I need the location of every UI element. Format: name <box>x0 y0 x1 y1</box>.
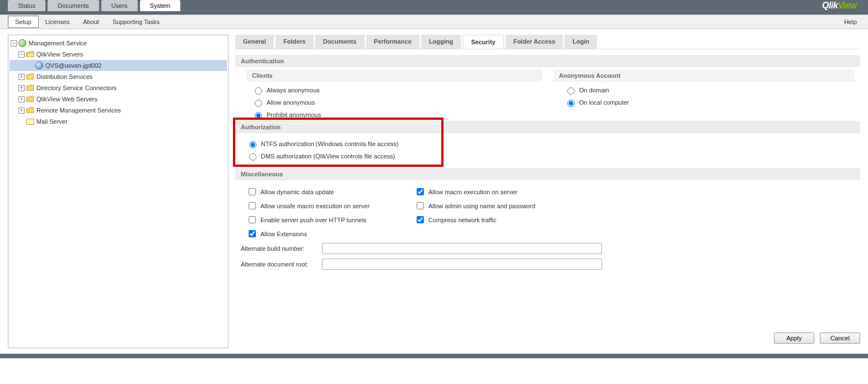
alt-build-input[interactable] <box>322 243 602 254</box>
brand-part1: Qlik <box>822 1 838 10</box>
check-compress[interactable]: Compress network traffic <box>403 213 571 227</box>
radio-always-anonymous[interactable]: Always anonymous <box>241 84 542 96</box>
section-misc: Miscellaneous <box>235 168 860 180</box>
top-tab-status[interactable]: Status <box>8 0 45 11</box>
checkbox-input[interactable] <box>249 216 256 223</box>
sub-nav: Setup Licenses About Supporting Tasks He… <box>0 15 868 29</box>
checkbox-input[interactable] <box>417 188 424 195</box>
check-label: Compress network traffic <box>428 217 496 223</box>
subnav-supporting[interactable]: Supporting Tasks <box>106 16 166 27</box>
tab-folderaccess[interactable]: Folder Access <box>506 35 563 49</box>
expander-icon[interactable]: − <box>11 40 17 46</box>
section-authorization: Authorization <box>235 121 860 133</box>
expander-icon[interactable]: + <box>18 107 25 114</box>
content-panel: General Folders Documents Performance Lo… <box>235 35 860 348</box>
radio-input[interactable] <box>249 141 256 148</box>
radio-on-domain[interactable]: On domain <box>553 84 855 96</box>
folder-icon <box>26 85 34 91</box>
checkbox-input[interactable] <box>249 188 256 195</box>
check-macro-server[interactable]: Allow macro execution on server <box>403 185 571 199</box>
check-unsafe-macro[interactable]: Allow unsafe macro execution on server <box>235 199 403 213</box>
check-label: Allow macro execution on server <box>428 189 517 195</box>
check-label: Allow Extensions <box>260 231 307 237</box>
subnav-setup[interactable]: Setup <box>8 16 39 28</box>
apply-button[interactable]: Apply <box>774 333 814 344</box>
check-label: Allow dynamic data update <box>260 189 334 195</box>
radio-label: Always anonymous <box>267 87 320 93</box>
expander-icon[interactable]: + <box>18 96 25 102</box>
subnav-about[interactable]: About <box>76 16 106 27</box>
tree-qvweb[interactable]: + QlikView Web Servers <box>10 93 227 105</box>
folder-open-icon <box>26 51 34 58</box>
check-extensions[interactable]: Allow Extensions <box>235 227 403 241</box>
radio-input[interactable] <box>567 87 575 95</box>
tree-server-node[interactable]: QVS@usvan-jgd002 <box>10 60 227 71</box>
brand-logo: QlikView <box>822 1 857 11</box>
check-push-http[interactable]: Enable server push over HTTP tunnels <box>235 213 403 227</box>
radio-input[interactable] <box>255 87 262 95</box>
cancel-button[interactable]: Cancel <box>820 333 860 344</box>
tree-label-root: Management Service <box>29 38 87 49</box>
tree-qvservers[interactable]: − QlikView Servers <box>10 49 227 60</box>
radio-ntfs-auth[interactable]: NTFS authorization (Windows controls fil… <box>235 138 860 150</box>
content-tabs: General Folders Documents Performance Lo… <box>235 35 860 49</box>
mail-icon <box>26 119 34 125</box>
top-tab-system[interactable]: System <box>140 0 181 11</box>
field-alt-doc: Alternate document root: <box>235 256 860 272</box>
radio-input[interactable] <box>255 112 262 119</box>
alt-doc-input[interactable] <box>322 259 602 270</box>
security-panel: Authentication Clients Always anonymous … <box>235 49 860 328</box>
tab-login[interactable]: Login <box>564 35 597 49</box>
radio-label: NTFS authorization (Windows controls fil… <box>261 141 399 147</box>
radio-dms-auth[interactable]: DMS authorization (QlikView controls fil… <box>235 150 860 162</box>
field-label: Alternate build number: <box>241 245 322 252</box>
radio-input[interactable] <box>567 100 575 107</box>
radio-label: On domain <box>579 87 609 93</box>
section-clients: Clients <box>246 69 542 82</box>
check-label: Allow unsafe macro execution on server <box>260 203 370 209</box>
tab-logging[interactable]: Logging <box>421 35 461 49</box>
radio-allow-anonymous[interactable]: Allow anonymous <box>241 96 542 109</box>
checkbox-input[interactable] <box>249 202 256 209</box>
tab-security[interactable]: Security <box>463 35 503 49</box>
radio-input[interactable] <box>249 153 256 161</box>
folder-icon <box>26 96 34 102</box>
tab-general[interactable]: General <box>235 35 274 49</box>
check-admin-name[interactable]: Allow admin using name and password <box>403 199 571 213</box>
tab-performance[interactable]: Performance <box>366 35 419 49</box>
tree-label-dsc: Directory Service Connectors <box>36 82 116 93</box>
radio-prohibit-anonymous[interactable]: Prohibit anonymous <box>241 109 542 121</box>
tab-folders[interactable]: Folders <box>276 35 314 49</box>
radio-label: DMS authorization (QlikView controls fil… <box>261 153 395 160</box>
service-icon <box>18 39 26 47</box>
tree-mail[interactable]: Mail Server <box>10 116 227 127</box>
tree-dsc[interactable]: + Directory Service Connectors <box>10 82 227 93</box>
server-icon <box>35 62 43 69</box>
checkbox-input[interactable] <box>417 216 424 223</box>
radio-on-local[interactable]: On local computer <box>553 96 855 109</box>
tree-root[interactable]: − Management Service <box>10 38 227 49</box>
top-tab-users[interactable]: Users <box>101 0 138 11</box>
subnav-licenses[interactable]: Licenses <box>39 16 76 27</box>
radio-label: Prohibit anonymous <box>267 111 321 118</box>
tree-dist[interactable]: + Distribution Services <box>10 71 227 82</box>
footer-buttons: Apply Cancel <box>235 328 860 348</box>
tree-panel: − Management Service − QlikView Servers … <box>8 35 228 348</box>
checkbox-input[interactable] <box>417 202 424 209</box>
section-authentication: Authentication <box>235 55 860 67</box>
radio-input[interactable] <box>255 100 262 107</box>
subnav-help[interactable]: Help <box>844 18 857 25</box>
check-dynamic-data[interactable]: Allow dynamic data update <box>235 185 403 199</box>
expander-icon[interactable]: + <box>18 85 25 91</box>
expander-icon[interactable]: + <box>18 74 25 80</box>
checkbox-input[interactable] <box>249 230 256 237</box>
tree-rms[interactable]: + Remote Management Services <box>10 105 227 116</box>
check-label: Enable server push over HTTP tunnels <box>260 217 366 223</box>
field-label: Alternate document root: <box>241 261 322 268</box>
main-area: − Management Service − QlikView Servers … <box>0 29 868 354</box>
expander-icon[interactable]: − <box>18 51 25 58</box>
top-tabbar: Status Documents Users System QlikView <box>0 0 868 11</box>
radio-label: Allow anonymous <box>267 99 315 106</box>
top-tab-documents[interactable]: Documents <box>48 0 99 11</box>
tab-documents[interactable]: Documents <box>315 35 365 49</box>
